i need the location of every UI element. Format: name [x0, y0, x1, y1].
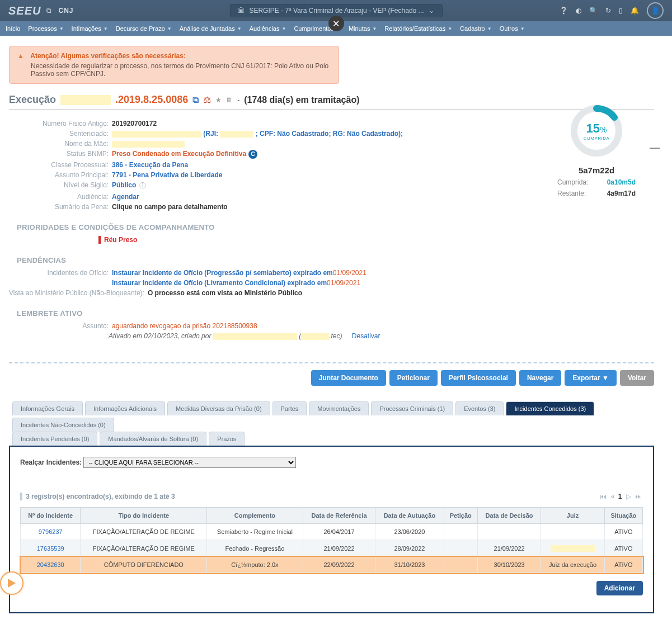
table-row[interactable]: 20432630CÔMPUTO DIFERENCIADOCï¿½mputo: 2…	[21, 557, 643, 573]
val-sigilo[interactable]: Público	[112, 181, 136, 191]
column-header[interactable]: Situação	[604, 508, 642, 524]
table-cell: 9796237	[21, 524, 81, 540]
link-oficio-2[interactable]: Instaurar Incidente de Ofício (Livrament…	[112, 279, 327, 287]
tab-info-gerais[interactable]: Informações Gerais	[12, 401, 83, 415]
val-assunto[interactable]: 7791 - Pena Privativa de Liberdade	[112, 171, 222, 179]
bank-icon: 🏛	[238, 7, 245, 15]
alert-title: Atenção! Algumas verificações são necess…	[30, 52, 186, 60]
table-row[interactable]: 17635539FIXAÇÃO/ALTERAÇÃO DE REGIMEFecha…	[21, 540, 643, 557]
user-avatar[interactable]: 👤	[647, 2, 664, 19]
gauge-percent-symbol: %	[600, 125, 607, 134]
highlight-arrow-icon	[0, 571, 24, 595]
lbl-sumario: Sumário da Pena:	[9, 203, 109, 211]
btn-navegar[interactable]: Navegar	[519, 370, 561, 386]
external-link-icon[interactable]: ⧉	[46, 7, 51, 15]
column-header[interactable]: Data de Referência	[303, 508, 375, 524]
search-icon[interactable]: 🔍	[589, 7, 598, 15]
column-header[interactable]: Petição	[444, 508, 477, 524]
val-sumario[interactable]: Clique no campo para detalhamento	[112, 203, 228, 211]
tab-info-adicionais[interactable]: Informações Adicionais	[85, 401, 165, 415]
lbl-mae: Nome da Mãe:	[9, 140, 109, 148]
menu-audiencias[interactable]: Audiências▼	[250, 25, 286, 32]
pager-last[interactable]: ▷ ⏭	[626, 493, 643, 500]
column-header[interactable]: Nº do Incidente	[21, 508, 81, 524]
warning-icon: ▲	[17, 52, 24, 60]
status-badge-icon[interactable]: C	[248, 150, 257, 159]
table-cell: Juiz da execução	[541, 557, 604, 573]
table-cell: ATIVO	[604, 524, 642, 540]
contrast-icon[interactable]: ◐	[576, 7, 581, 15]
menu-minutas[interactable]: Minutas▼	[349, 25, 377, 32]
collapse-toggle[interactable]: —	[650, 142, 660, 154]
lbl-sentenciado: Sentenciado:	[9, 130, 109, 138]
link-oficio-1[interactable]: Instaurar Incidente de Ofício (Progressã…	[112, 269, 333, 277]
tab-incidentes-pendentes[interactable]: Incidentes Pendentes (0)	[12, 432, 97, 446]
btn-exportar[interactable]: Exportar ▼	[565, 370, 617, 386]
close-overlay-button[interactable]: ✕	[328, 16, 344, 31]
lbl-audiencia: Audiência:	[9, 193, 109, 201]
table-cell: CÔMPUTO DIFERENCIADO	[81, 557, 207, 573]
history-icon[interactable]: ↻	[605, 7, 611, 15]
incidentes-panel: Realçar Incidentes: -- CLIQUE AQUI PARA …	[9, 446, 654, 613]
tab-movimentacoes[interactable]: Movimentações	[309, 401, 369, 415]
column-header[interactable]: Tipo do Incidente	[81, 508, 207, 524]
info-icon[interactable]: ⓘ	[139, 181, 146, 191]
btn-perfil-psicossocial[interactable]: Perfil Psicossocial	[441, 370, 516, 386]
column-header[interactable]: Data de Decisão	[477, 508, 541, 524]
table-cell: ATIVO	[604, 540, 642, 557]
menu-processos[interactable]: Processos▼	[28, 25, 63, 32]
lembrete-meta: Ativado em 02/10/2023, criado por (.tec)…	[109, 332, 654, 340]
link-desativar[interactable]: Desativar	[352, 332, 380, 340]
user-icon: 👤	[651, 7, 660, 15]
pager-first[interactable]: ⏮ ◁	[600, 493, 615, 500]
gauge-restante-value: 4a9m17d	[607, 190, 636, 197]
tab-processos-criminais[interactable]: Processos Criminais (1)	[371, 401, 453, 415]
column-header[interactable]: Complemento	[207, 508, 303, 524]
tab-incidentes-nao-concedidos[interactable]: Incidentes Não-Concedidos (0)	[12, 418, 114, 432]
lbl-incidentes-oficio: Incidentes de Ofício:	[9, 269, 109, 277]
menu-cadastro[interactable]: Cadastro▼	[460, 25, 492, 32]
bell-icon[interactable]: 🔔	[631, 7, 639, 15]
sentence-gauge: 15% CUMPRIDA 5a7m22d Cumprida:0a10m5d Re…	[552, 103, 641, 197]
realcar-select[interactable]: -- CLIQUE AQUI PARA SELECIONAR --	[83, 457, 296, 468]
tab-eventos[interactable]: Eventos (3)	[455, 401, 504, 415]
tab-partes[interactable]: Partes	[272, 401, 307, 415]
val-status: Preso Condenado em Execução Definitiva	[112, 150, 246, 159]
justice-icon[interactable]: ⚖	[203, 94, 211, 105]
menu-relatorios[interactable]: Relatórios/Estatísticas▼	[384, 25, 452, 32]
tab-prazos[interactable]: Prazos	[209, 432, 245, 446]
menu-analise[interactable]: Análise de Juntadas▼	[180, 25, 242, 32]
btn-peticionar[interactable]: Peticionar	[389, 370, 438, 386]
btn-adicionar[interactable]: Adicionar	[596, 581, 643, 595]
val-audiencia[interactable]: Agendar	[112, 193, 139, 201]
val-sentenciado[interactable]: (RJI: ; CPF: Não Cadastrado; RG: Não Cad…	[112, 130, 403, 138]
tab-incidentes-concedidos[interactable]: Incidentes Concedidos (3)	[506, 401, 594, 415]
gauge-restante-label: Restante:	[557, 190, 586, 197]
section-pendencias: PENDÊNCIAS	[17, 256, 654, 264]
column-header[interactable]: Juiz	[541, 508, 604, 524]
table-cell: Semiaberto - Regime Inicial	[207, 524, 303, 540]
bookmark-icon[interactable]: ▯	[619, 7, 623, 15]
btn-voltar[interactable]: Voltar	[620, 370, 654, 386]
menu-inicio[interactable]: Início	[6, 25, 20, 32]
val-classe[interactable]: 386 - Execução da Pena	[112, 161, 188, 169]
column-header[interactable]: Data de Autuação	[375, 508, 444, 524]
btn-juntar-documento[interactable]: Juntar Documento	[311, 370, 386, 386]
table-cell: 21/09/2022	[303, 540, 375, 557]
menu-intimacoes[interactable]: Intimações▼	[72, 25, 108, 32]
table-cell: 21/09/2022	[477, 540, 541, 557]
table-cell: FIXAÇÃO/ALTERAÇÃO DE REGIME	[81, 524, 207, 540]
records-count: 3 registro(s) encontrado(s), exibindo de…	[20, 493, 175, 500]
gauge-cumprida-label: Cumprida:	[557, 178, 588, 186]
table-cell	[541, 540, 604, 557]
process-days: (1748 dia(s) em tramitação)	[244, 95, 359, 105]
tab-medidas-diversas[interactable]: Medidas Diversas da Prisão (0)	[167, 401, 270, 415]
menu-outros[interactable]: Outros▼	[500, 25, 525, 32]
star-icon[interactable]: ★	[215, 96, 222, 104]
table-row[interactable]: 9796237FIXAÇÃO/ALTERAÇÃO DE REGIMESemiab…	[21, 524, 643, 540]
attach-icon[interactable]: 🗎	[226, 96, 233, 104]
menu-decurso[interactable]: Decurso de Prazo▼	[116, 25, 172, 32]
help-icon[interactable]: ❔	[560, 7, 568, 15]
tab-mandados-alvaras[interactable]: Mandados/Alvarás de Soltura (0)	[100, 432, 206, 446]
copy-icon[interactable]: ⧉	[192, 95, 199, 105]
